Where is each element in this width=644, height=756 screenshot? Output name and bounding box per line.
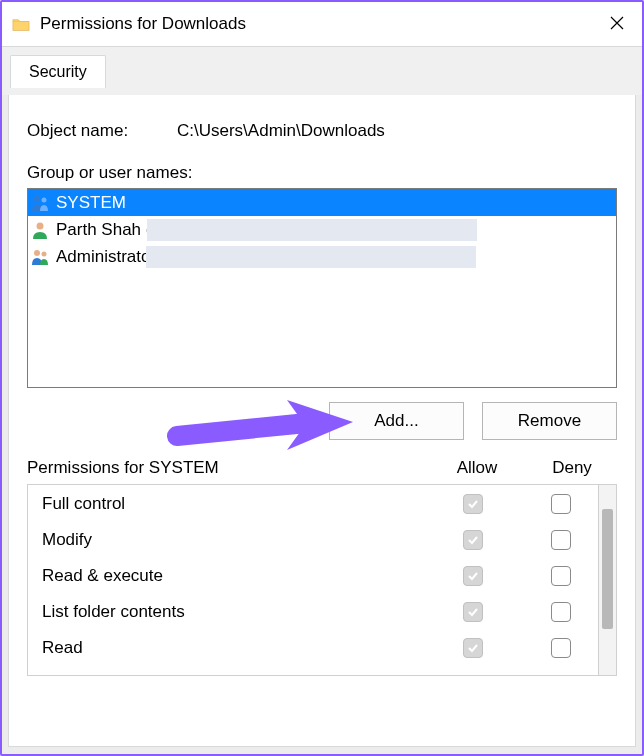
allow-checkbox[interactable]: [463, 494, 483, 514]
allow-checkbox[interactable]: [463, 530, 483, 550]
deny-checkbox[interactable]: [551, 530, 571, 550]
tab-security[interactable]: Security: [10, 55, 106, 88]
allow-header: Allow: [427, 458, 527, 478]
permissions-list: Full control Modify Read & execute List …: [27, 484, 599, 676]
deny-header: Deny: [527, 458, 617, 478]
scrollbar[interactable]: [599, 484, 617, 676]
perm-row-full-control: Full control: [28, 485, 598, 521]
deny-checkbox[interactable]: [551, 494, 571, 514]
security-panel: Object name: C:\Users\Admin\Downloads Gr…: [8, 95, 636, 747]
user-label: Administrato: [56, 247, 150, 267]
deny-checkbox[interactable]: [551, 638, 571, 658]
redacted-text: [146, 246, 476, 268]
users-icon: [30, 193, 50, 213]
allow-checkbox[interactable]: [463, 602, 483, 622]
perm-label: Full control: [42, 494, 423, 514]
svg-point-1: [42, 197, 47, 202]
perm-row-read: Read: [28, 629, 598, 665]
redacted-text: [147, 219, 477, 241]
user-icon: [30, 220, 50, 240]
user-list[interactable]: SYSTEM Parth Shah ( Administrato: [27, 188, 617, 388]
window-title: Permissions for Downloads: [40, 14, 602, 34]
user-label: Parth Shah (: [56, 220, 151, 240]
svg-point-4: [42, 251, 47, 256]
perm-label: Read: [42, 638, 423, 658]
deny-checkbox[interactable]: [551, 602, 571, 622]
allow-checkbox[interactable]: [463, 638, 483, 658]
perm-label: List folder contents: [42, 602, 423, 622]
close-icon[interactable]: [602, 13, 632, 36]
folder-icon: [12, 17, 30, 32]
svg-point-0: [34, 196, 40, 202]
deny-checkbox[interactable]: [551, 566, 571, 586]
remove-button[interactable]: Remove: [482, 402, 617, 440]
perm-label: Modify: [42, 530, 423, 550]
perm-row-list-folder: List folder contents: [28, 593, 598, 629]
user-row-admins[interactable]: Administrato: [28, 243, 616, 270]
users-icon: [30, 247, 50, 267]
svg-point-3: [34, 250, 40, 256]
allow-checkbox[interactable]: [463, 566, 483, 586]
group-or-user-label: Group or user names:: [27, 163, 617, 183]
title-bar: Permissions for Downloads: [2, 2, 642, 47]
user-row-system[interactable]: SYSTEM: [28, 189, 616, 216]
perm-row-modify: Modify: [28, 521, 598, 557]
perm-label: Read & execute: [42, 566, 423, 586]
user-row-parth[interactable]: Parth Shah (: [28, 216, 616, 243]
object-name-label: Object name:: [27, 121, 177, 141]
add-button[interactable]: Add...: [329, 402, 464, 440]
object-name-value: C:\Users\Admin\Downloads: [177, 121, 385, 141]
user-label: SYSTEM: [56, 193, 126, 213]
permissions-title: Permissions for SYSTEM: [27, 458, 427, 478]
svg-point-2: [37, 222, 44, 229]
perm-row-read-execute: Read & execute: [28, 557, 598, 593]
scrollbar-thumb[interactable]: [602, 509, 613, 629]
tab-strip: Security: [2, 47, 642, 95]
